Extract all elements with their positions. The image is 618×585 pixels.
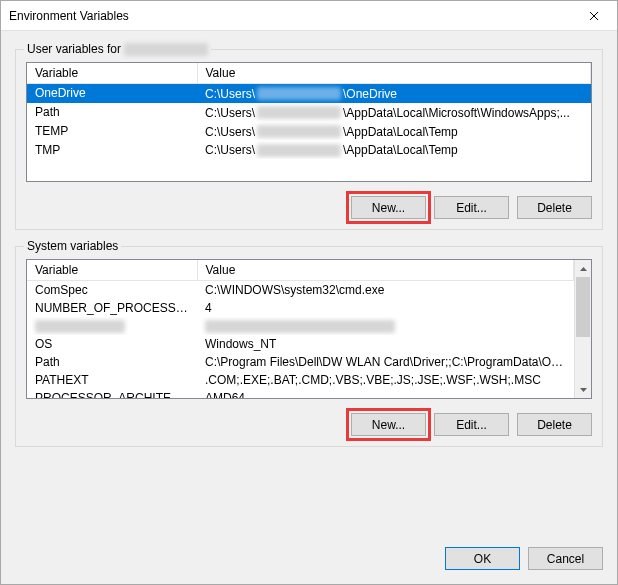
redacted-username <box>257 106 341 119</box>
user-delete-button[interactable]: Delete <box>517 196 592 219</box>
system-delete-button[interactable]: Delete <box>517 413 592 436</box>
user-new-button[interactable]: New... <box>351 196 426 219</box>
table-row[interactable]: TMP C:\Users\\AppData\Local\Temp <box>27 140 591 159</box>
scroll-track[interactable] <box>575 277 591 381</box>
redacted-var-name <box>35 320 125 333</box>
chevron-down-icon <box>580 388 587 392</box>
system-variables-group: System variables Variable Value <box>15 246 603 447</box>
window-title: Environment Variables <box>9 9 571 23</box>
table-row[interactable]: ComSpec C:\WINDOWS\system32\cmd.exe <box>27 281 574 300</box>
table-row[interactable]: Path C:\Users\\AppData\Local\Microsoft\W… <box>27 103 591 122</box>
system-col-variable[interactable]: Variable <box>27 260 197 281</box>
system-group-label: System variables <box>24 239 121 253</box>
system-col-value[interactable]: Value <box>197 260 574 281</box>
chevron-up-icon <box>580 267 587 271</box>
system-edit-button[interactable]: Edit... <box>434 413 509 436</box>
close-button[interactable] <box>571 1 617 31</box>
user-button-row: New... Edit... Delete <box>26 196 592 219</box>
system-button-row: New... Edit... Delete <box>26 413 592 436</box>
scroll-down-button[interactable] <box>575 381 591 398</box>
cancel-button[interactable]: Cancel <box>528 547 603 570</box>
redacted-var-value <box>205 320 395 333</box>
system-scrollbar[interactable] <box>574 260 591 398</box>
table-row[interactable] <box>27 317 574 335</box>
redacted-username <box>257 87 341 100</box>
ok-button[interactable]: OK <box>445 547 520 570</box>
table-row[interactable]: PATHEXT .COM;.EXE;.BAT;.CMD;.VBS;.VBE;.J… <box>27 371 574 389</box>
table-row[interactable]: PROCESSOR_ARCHITECTURE AMD64 <box>27 389 574 398</box>
scroll-up-button[interactable] <box>575 260 591 277</box>
env-vars-dialog: Environment Variables User variables for… <box>0 0 618 585</box>
titlebar: Environment Variables <box>1 1 617 31</box>
user-variables-table-wrap: Variable Value OneDrive C:\Users\\OneDri… <box>26 62 592 182</box>
table-row[interactable]: OS Windows_NT <box>27 335 574 353</box>
redacted-username <box>257 144 341 157</box>
table-row[interactable]: NUMBER_OF_PROCESSORS 4 <box>27 299 574 317</box>
user-variables-group: User variables for Variable Value <box>15 49 603 230</box>
dialog-body: User variables for Variable Value <box>1 31 617 543</box>
user-group-label: User variables for <box>24 42 211 56</box>
system-variables-table[interactable]: Variable Value ComSpec C:\WINDOWS\system… <box>27 260 574 398</box>
close-icon <box>589 11 599 21</box>
user-col-variable[interactable]: Variable <box>27 63 197 84</box>
user-variables-table[interactable]: Variable Value OneDrive C:\Users\\OneDri… <box>27 63 591 159</box>
scroll-thumb[interactable] <box>576 277 590 337</box>
table-row[interactable]: Path C:\Program Files\Dell\DW WLAN Card\… <box>27 353 574 371</box>
dialog-footer: OK Cancel <box>1 543 617 584</box>
redacted-username <box>257 125 341 138</box>
redacted-username <box>124 43 208 56</box>
table-row[interactable]: TEMP C:\Users\\AppData\Local\Temp <box>27 122 591 141</box>
table-row[interactable]: OneDrive C:\Users\\OneDrive <box>27 84 591 103</box>
system-new-button[interactable]: New... <box>351 413 426 436</box>
user-col-value[interactable]: Value <box>197 63 591 84</box>
system-variables-table-wrap: Variable Value ComSpec C:\WINDOWS\system… <box>26 259 592 399</box>
user-edit-button[interactable]: Edit... <box>434 196 509 219</box>
